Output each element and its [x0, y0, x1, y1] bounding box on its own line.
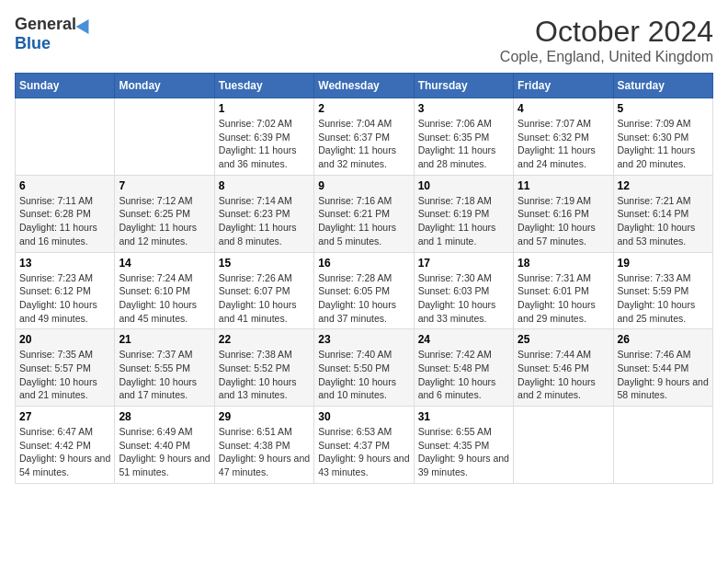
header-row: Sunday Monday Tuesday Wednesday Thursday…: [16, 74, 713, 98]
calendar-cell: 4Sunrise: 7:07 AM Sunset: 6:32 PM Daylig…: [514, 98, 613, 176]
calendar-cell: 20Sunrise: 7:35 AM Sunset: 5:57 PM Dayli…: [16, 329, 115, 407]
title-area: October 2024 Cople, England, United King…: [500, 15, 713, 65]
header-thursday: Thursday: [414, 74, 513, 98]
calendar-cell: 29Sunrise: 6:51 AM Sunset: 4:38 PM Dayli…: [214, 407, 313, 484]
calendar-cell: 14Sunrise: 7:24 AM Sunset: 6:10 PM Dayli…: [115, 252, 214, 329]
day-number: 7: [119, 179, 210, 192]
day-info: Sunrise: 7:40 AM Sunset: 5:50 PM Dayligh…: [318, 348, 409, 402]
day-number: 31: [418, 410, 509, 423]
calendar-cell: 27Sunrise: 6:47 AM Sunset: 4:42 PM Dayli…: [16, 407, 115, 484]
calendar-cell: [613, 407, 712, 484]
calendar-cell: 25Sunrise: 7:44 AM Sunset: 5:46 PM Dayli…: [514, 329, 613, 407]
day-number: 23: [318, 333, 409, 346]
day-number: 6: [19, 179, 110, 192]
logo-blue-text: Blue: [15, 34, 51, 53]
day-number: 9: [318, 179, 409, 192]
day-number: 12: [618, 179, 709, 192]
day-number: 24: [418, 333, 509, 346]
calendar-table: Sunday Monday Tuesday Wednesday Thursday…: [15, 73, 713, 484]
day-info: Sunrise: 7:18 AM Sunset: 6:19 PM Dayligh…: [418, 194, 509, 248]
calendar-week-row: 27Sunrise: 6:47 AM Sunset: 4:42 PM Dayli…: [16, 407, 713, 484]
day-info: Sunrise: 7:38 AM Sunset: 5:52 PM Dayligh…: [219, 348, 310, 402]
day-info: Sunrise: 7:35 AM Sunset: 5:57 PM Dayligh…: [19, 348, 110, 402]
day-info: Sunrise: 7:11 AM Sunset: 6:28 PM Dayligh…: [19, 194, 110, 248]
calendar-cell: 30Sunrise: 6:53 AM Sunset: 4:37 PM Dayli…: [314, 407, 414, 484]
calendar-week-row: 6Sunrise: 7:11 AM Sunset: 6:28 PM Daylig…: [16, 175, 713, 252]
day-info: Sunrise: 6:47 AM Sunset: 4:42 PM Dayligh…: [19, 425, 110, 479]
calendar-cell: 7Sunrise: 7:12 AM Sunset: 6:25 PM Daylig…: [115, 175, 214, 252]
calendar-cell: 17Sunrise: 7:30 AM Sunset: 6:03 PM Dayli…: [414, 252, 513, 329]
day-info: Sunrise: 7:21 AM Sunset: 6:14 PM Dayligh…: [618, 194, 709, 248]
day-info: Sunrise: 7:28 AM Sunset: 6:05 PM Dayligh…: [318, 271, 409, 326]
day-info: Sunrise: 6:51 AM Sunset: 4:38 PM Dayligh…: [219, 425, 310, 479]
day-number: 28: [119, 410, 210, 423]
calendar-cell: 28Sunrise: 6:49 AM Sunset: 4:40 PM Dayli…: [115, 407, 214, 484]
day-number: 8: [219, 179, 310, 192]
logo-general-text: General: [15, 15, 76, 34]
month-title: October 2024: [500, 15, 713, 49]
calendar-cell: [514, 407, 613, 484]
calendar-cell: 12Sunrise: 7:21 AM Sunset: 6:14 PM Dayli…: [613, 175, 712, 252]
day-info: Sunrise: 7:12 AM Sunset: 6:25 PM Dayligh…: [119, 194, 210, 248]
day-number: 25: [518, 333, 609, 346]
day-number: 20: [19, 333, 110, 346]
day-info: Sunrise: 7:02 AM Sunset: 6:39 PM Dayligh…: [219, 117, 310, 171]
calendar-week-row: 1Sunrise: 7:02 AM Sunset: 6:39 PM Daylig…: [16, 98, 713, 176]
day-info: Sunrise: 7:30 AM Sunset: 6:03 PM Dayligh…: [418, 271, 509, 326]
calendar-cell: 13Sunrise: 7:23 AM Sunset: 6:12 PM Dayli…: [16, 252, 115, 329]
day-number: 21: [119, 333, 210, 346]
day-info: Sunrise: 6:53 AM Sunset: 4:37 PM Dayligh…: [318, 425, 409, 479]
day-info: Sunrise: 7:46 AM Sunset: 5:44 PM Dayligh…: [618, 348, 709, 402]
header-wednesday: Wednesday: [314, 74, 414, 98]
calendar-cell: [115, 98, 214, 176]
day-info: Sunrise: 7:37 AM Sunset: 5:55 PM Dayligh…: [119, 348, 210, 402]
calendar-cell: 11Sunrise: 7:19 AM Sunset: 6:16 PM Dayli…: [514, 175, 613, 252]
day-number: 13: [19, 257, 110, 270]
calendar-cell: 6Sunrise: 7:11 AM Sunset: 6:28 PM Daylig…: [16, 175, 115, 252]
day-number: 15: [219, 257, 310, 270]
day-info: Sunrise: 7:14 AM Sunset: 6:23 PM Dayligh…: [219, 194, 310, 248]
calendar-cell: 18Sunrise: 7:31 AM Sunset: 6:01 PM Dayli…: [514, 252, 613, 329]
calendar-cell: 21Sunrise: 7:37 AM Sunset: 5:55 PM Dayli…: [115, 329, 214, 407]
day-info: Sunrise: 7:06 AM Sunset: 6:35 PM Dayligh…: [418, 117, 509, 171]
calendar-cell: 9Sunrise: 7:16 AM Sunset: 6:21 PM Daylig…: [314, 175, 414, 252]
day-number: 27: [19, 410, 110, 423]
day-number: 4: [518, 102, 609, 115]
day-info: Sunrise: 7:42 AM Sunset: 5:48 PM Dayligh…: [418, 348, 509, 402]
day-info: Sunrise: 7:24 AM Sunset: 6:10 PM Dayligh…: [119, 271, 210, 326]
logo: General Blue: [15, 15, 93, 53]
day-info: Sunrise: 7:31 AM Sunset: 6:01 PM Dayligh…: [518, 271, 609, 326]
day-number: 2: [318, 102, 409, 115]
calendar-week-row: 20Sunrise: 7:35 AM Sunset: 5:57 PM Dayli…: [16, 329, 713, 407]
day-number: 14: [119, 257, 210, 270]
day-info: Sunrise: 7:44 AM Sunset: 5:46 PM Dayligh…: [518, 348, 609, 402]
calendar-cell: 23Sunrise: 7:40 AM Sunset: 5:50 PM Dayli…: [314, 329, 414, 407]
day-number: 19: [618, 257, 709, 270]
calendar-cell: [16, 98, 115, 176]
calendar-cell: 3Sunrise: 7:06 AM Sunset: 6:35 PM Daylig…: [414, 98, 513, 176]
logo-icon: [76, 15, 96, 33]
day-number: 10: [418, 179, 509, 192]
calendar-cell: 19Sunrise: 7:33 AM Sunset: 5:59 PM Dayli…: [613, 252, 712, 329]
day-number: 16: [318, 257, 409, 270]
calendar-week-row: 13Sunrise: 7:23 AM Sunset: 6:12 PM Dayli…: [16, 252, 713, 329]
header-monday: Monday: [115, 74, 214, 98]
calendar-cell: 5Sunrise: 7:09 AM Sunset: 6:30 PM Daylig…: [613, 98, 712, 176]
calendar-cell: 1Sunrise: 7:02 AM Sunset: 6:39 PM Daylig…: [214, 98, 313, 176]
day-info: Sunrise: 6:55 AM Sunset: 4:35 PM Dayligh…: [418, 425, 509, 479]
header-sunday: Sunday: [16, 74, 115, 98]
day-number: 18: [518, 257, 609, 270]
day-info: Sunrise: 7:26 AM Sunset: 6:07 PM Dayligh…: [219, 271, 310, 326]
day-info: Sunrise: 7:23 AM Sunset: 6:12 PM Dayligh…: [19, 271, 110, 326]
page-header: General Blue October 2024 Cople, England…: [15, 15, 713, 65]
day-info: Sunrise: 7:07 AM Sunset: 6:32 PM Dayligh…: [518, 117, 609, 171]
calendar-cell: 8Sunrise: 7:14 AM Sunset: 6:23 PM Daylig…: [214, 175, 313, 252]
day-number: 30: [318, 410, 409, 423]
day-number: 22: [219, 333, 310, 346]
calendar-cell: 10Sunrise: 7:18 AM Sunset: 6:19 PM Dayli…: [414, 175, 513, 252]
calendar-cell: 2Sunrise: 7:04 AM Sunset: 6:37 PM Daylig…: [314, 98, 414, 176]
day-info: Sunrise: 7:19 AM Sunset: 6:16 PM Dayligh…: [518, 194, 609, 248]
day-number: 5: [618, 102, 709, 115]
day-number: 1: [219, 102, 310, 115]
day-info: Sunrise: 7:09 AM Sunset: 6:30 PM Dayligh…: [618, 117, 709, 171]
